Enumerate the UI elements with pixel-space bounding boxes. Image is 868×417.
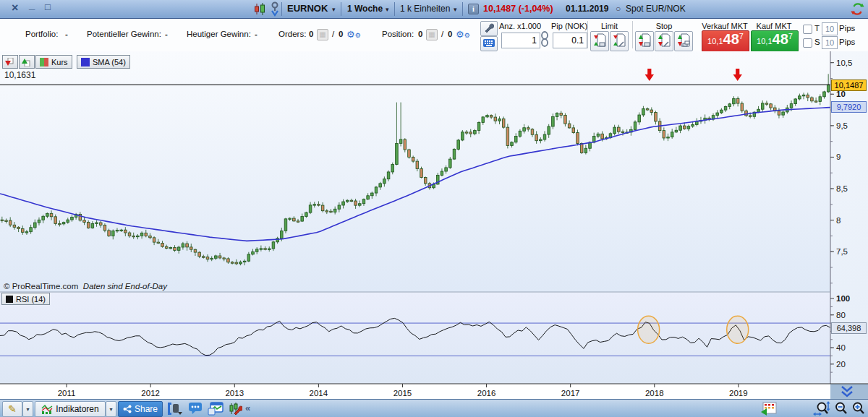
buy-price-prefix: 10,1 (757, 37, 772, 46)
limit-buy-order-button[interactable] (610, 31, 629, 51)
svg-text:80: 80 (836, 311, 846, 319)
trailing-pips-input[interactable]: 10 (822, 22, 838, 35)
prorealtime-window: { "title_bar": { "close_glyph": "×", "mi… (0, 0, 868, 417)
stop-trailing-order-button[interactable] (674, 31, 693, 51)
scale-down-button[interactable] (2, 55, 18, 69)
hover-price-value: 10,1631 (4, 70, 35, 80)
buy-market-button[interactable]: 10,1487 (751, 30, 799, 52)
position-slash: / (441, 30, 443, 38)
stop-buy-order-icon (655, 32, 671, 49)
svg-text:8,5: 8,5 (836, 184, 848, 193)
zoom-in-icon[interactable] (851, 401, 866, 416)
svg-text:2017: 2017 (561, 389, 580, 397)
chevron-down-icon[interactable]: ▾ (386, 6, 389, 13)
share-button[interactable]: Share (118, 401, 163, 417)
sma-axis-label: 9,7920 (831, 101, 867, 113)
collapse-toolbar-icon[interactable]: « (245, 403, 250, 413)
last-price-axis-label: 10,1487 (831, 79, 867, 91)
orders-settings-icon[interactable]: ⚙⚙ (346, 29, 361, 40)
svg-text:10: 10 (836, 90, 846, 98)
chevron-down-icon[interactable]: ▾ (454, 6, 457, 13)
pencil-icon: ✎ (8, 403, 17, 415)
sell-market-button[interactable]: 10,1487 (702, 30, 749, 52)
kurs-swatch-icon (40, 58, 48, 66)
close-icon[interactable]: × (12, 1, 18, 14)
indicators-button[interactable]: Indikatoren (35, 401, 106, 417)
zoom-out-icon[interactable] (834, 401, 848, 416)
new-chart-window-icon[interactable] (208, 402, 224, 416)
position-count-2: 0 (448, 30, 452, 38)
trailing-checkbox[interactable] (803, 25, 812, 34)
potential-gain-label: Potentieller Gewinn: (87, 30, 161, 38)
legend-kurs[interactable]: Kurs (35, 55, 72, 69)
account-toolbar: Portfolio: - Potentieller Gewinn: - Heut… (0, 19, 868, 52)
trailing-letter: T (814, 24, 820, 33)
minimize-icon[interactable]: _ (29, 0, 35, 11)
scale-up-button[interactable] (19, 55, 35, 69)
time-axis-strip[interactable] (0, 384, 830, 399)
position-list-icon[interactable]: ▦ (426, 29, 438, 40)
candlestick-chart-icon[interactable] (252, 3, 267, 15)
spot-label: Spot EUR/NOK (626, 4, 686, 14)
separator (341, 2, 341, 16)
object-selection-icon[interactable] (166, 402, 184, 416)
chevron-down-icon[interactable]: ▾ (332, 6, 336, 13)
radio-icon[interactable]: ○ (616, 4, 621, 14)
draw-tool-caret[interactable]: ▾ (22, 401, 33, 417)
price-chart-canvas[interactable]: 7,588,599,51010,520408010020112012201320… (0, 51, 868, 399)
link-icon[interactable] (540, 31, 550, 48)
sell-price-big: 48 (723, 31, 739, 47)
pin-link-icon[interactable] (270, 1, 280, 17)
orders-list-icon[interactable]: ▦ (317, 29, 328, 40)
svg-text:2013: 2013 (225, 389, 244, 397)
chart-settings-icon[interactable] (228, 402, 242, 416)
svg-text:8: 8 (836, 216, 841, 225)
legend-rsi[interactable]: RSI (14) (1, 293, 50, 305)
buy-price-sup: 7 (788, 32, 793, 40)
symbol-selector[interactable]: EURNOK (287, 3, 328, 14)
today-gain-label: Heutiger Gewinn: (187, 30, 251, 38)
position-settings-icon[interactable]: ⚙⚙ (456, 29, 470, 40)
price-pane[interactable] (0, 51, 830, 292)
orders-count-2: 0 (339, 30, 343, 38)
stop-sell-order-button[interactable] (635, 31, 654, 51)
copyright-note: © ProRealTime.com Daten sind End-of-Day (4, 282, 167, 291)
position-count: 0 (418, 30, 422, 38)
order-tools-button[interactable] (480, 21, 498, 36)
stop-checkbox[interactable] (803, 38, 812, 48)
stop-pips-input[interactable]: 10 (822, 36, 838, 49)
timeframe-selector[interactable]: 1 Woche (347, 4, 383, 14)
limit-sell-order-button[interactable] (590, 31, 609, 51)
zoom-range-icon[interactable] (813, 401, 832, 416)
chat-icon[interactable] (188, 402, 203, 415)
keypad-button[interactable] (480, 36, 498, 51)
svg-text:2011: 2011 (58, 389, 76, 397)
stop-buy-order-button[interactable] (655, 31, 673, 51)
svg-text:2018: 2018 (645, 389, 664, 397)
indicators-label: Indikatoren (56, 404, 98, 414)
stop-letter: S (814, 38, 820, 46)
title-bar: × _ □ EURNOK ▾ 1 Woche ▾ 1 k Einheiten ▾… (0, 0, 868, 19)
info-icon[interactable]: i (468, 4, 479, 14)
refresh-icon[interactable] (851, 2, 864, 16)
separator (462, 2, 463, 16)
draw-tool-button[interactable]: ✎ (2, 401, 22, 417)
arrow-up-green-icon (22, 58, 30, 66)
svg-text:2016: 2016 (477, 389, 496, 397)
pip-input[interactable] (553, 33, 587, 48)
units-selector[interactable]: 1 k Einheiten (400, 4, 450, 14)
separator (281, 2, 282, 16)
limit-sell-order-icon (591, 32, 607, 49)
limit-buy-order-icon (610, 32, 626, 49)
quantity-input[interactable] (501, 33, 540, 48)
indicators-caret[interactable]: ▾ (106, 401, 116, 417)
maximize-icon[interactable]: □ (45, 1, 51, 12)
rsi-pane[interactable] (0, 292, 830, 384)
share-icon (123, 405, 132, 413)
quantity-label: Anz. x1.000 (499, 22, 541, 30)
date-range-icon[interactable] (761, 401, 777, 416)
separator (587, 21, 588, 48)
stop-trailing-order-icon (675, 32, 691, 49)
wrench-icon (484, 23, 494, 33)
legend-sma[interactable]: SMA (54) (77, 55, 130, 69)
